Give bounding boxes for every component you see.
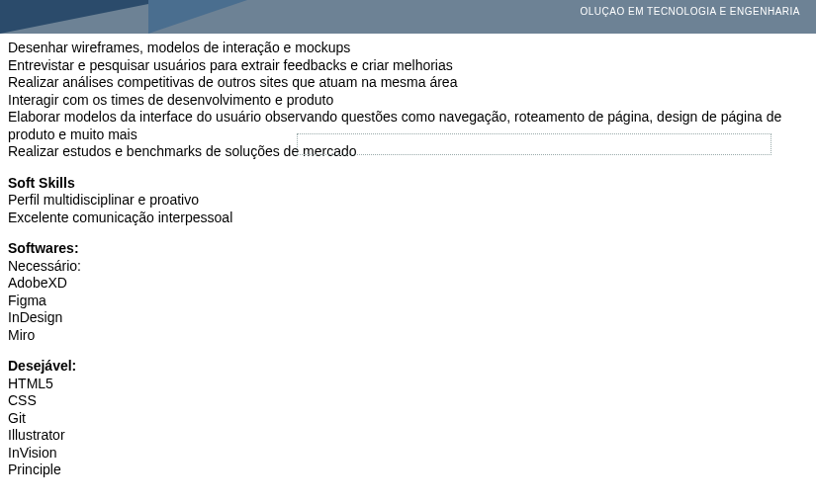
soft-skills-list: Perfil multidisciplinar e proativo Excel… (8, 192, 808, 226)
list-item: Elaborar modelos da interface do usuário… (8, 109, 808, 143)
list-item: Realizar análises competitivas de outros… (8, 74, 808, 92)
softwares-heading: Softwares: (8, 240, 808, 258)
list-item: Miro (8, 327, 808, 345)
list-item: Entrevistar e pesquisar usuários para ex… (8, 57, 808, 75)
header-band: OLUÇAO EM TECNOLOGIA E ENGENHARIA (0, 0, 816, 34)
required-label: Necessário: (8, 258, 808, 276)
header-accent-mid (148, 0, 247, 34)
list-item: Git (8, 410, 808, 428)
list-item: Figma (8, 293, 808, 310)
list-item: Excelente comunicação interpessoal (8, 210, 808, 227)
softwares-required: Necessário: AdobeXD Figma InDesign Miro (8, 258, 808, 345)
list-item: Interagir com os times de desenvolviment… (8, 92, 808, 110)
list-item: Realizar estudos e benchmarks de soluçõe… (8, 143, 808, 161)
desired-heading: Desejável: (8, 358, 808, 376)
softwares-desired: HTML5 CSS Git Illustrator InVision Princ… (8, 376, 808, 479)
header-tagline: OLUÇAO EM TECNOLOGIA E ENGENHARIA (581, 6, 800, 17)
list-item: Perfil multidisciplinar e proativo (8, 192, 808, 210)
list-item: HTML5 (8, 376, 808, 393)
header-accent-dark (0, 0, 168, 34)
list-item: Principle (8, 462, 808, 479)
soft-skills-heading: Soft Skills (8, 175, 808, 193)
responsibilities-list: Desenhar wireframes, modelos de interaçã… (8, 40, 808, 161)
list-item: CSS (8, 392, 808, 410)
list-item: InDesign (8, 309, 808, 327)
list-item: Desenhar wireframes, modelos de interaçã… (8, 40, 808, 57)
list-item: AdobeXD (8, 275, 808, 293)
list-item: Illustrator (8, 427, 808, 445)
list-item: InVision (8, 445, 808, 462)
document-body: Desenhar wireframes, modelos de interaçã… (0, 34, 816, 487)
